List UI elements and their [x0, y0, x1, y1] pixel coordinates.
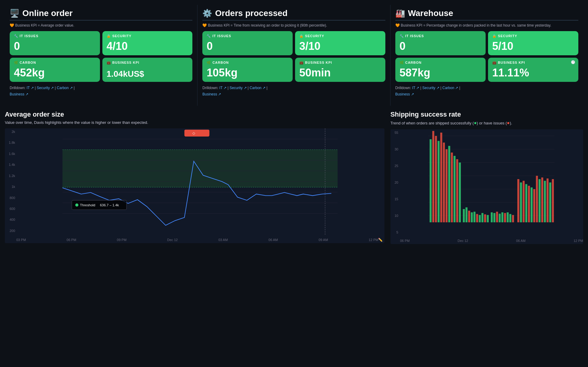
kpi-grid-orders: 🔧 IT ISSUES 0 🔒 SECURITY 3/10 🌿 CARBON 1… [202, 31, 385, 82]
svg-rect-54 [512, 215, 514, 222]
carbon-label-online: 🌿 CARBON [14, 61, 96, 65]
drilldown-it-warehouse[interactable]: IT ↗ [412, 86, 419, 90]
carbon-value-online: 452kg [14, 67, 96, 79]
svg-rect-30 [445, 149, 448, 222]
line-chart-y-labels: 2k 1.8k 1.6k 1.4k 1.2k 1k 800 600 400 20… [5, 128, 16, 234]
svg-rect-24 [429, 139, 432, 222]
svg-rect-43 [481, 213, 484, 222]
panel-header-online-order: 🖥️ Online order [10, 8, 192, 18]
drilldown-security-orders[interactable]: Security ↗ [230, 86, 247, 90]
carbon-card-warehouse: 🌿 CARBON 587kg [395, 58, 486, 82]
svg-rect-57 [522, 181, 525, 222]
bar-chart-y-labels: 55 30 25 20 15 10 5 [390, 129, 400, 236]
svg-rect-65 [544, 181, 546, 222]
drilldown-carbon-warehouse[interactable]: Carbon ↗ [442, 86, 458, 90]
bottom-section: Average order size Value over time, Davi… [0, 111, 588, 249]
clock-icon: 🕐 [571, 60, 575, 64]
svg-rect-60 [531, 187, 533, 222]
bar-chart-area[interactable]: 55 30 25 20 15 10 5 [390, 129, 583, 244]
svg-point-12 [75, 203, 78, 206]
svg-rect-28 [440, 133, 442, 222]
svg-rect-55 [517, 179, 519, 222]
svg-rect-64 [541, 177, 543, 222]
svg-rect-33 [453, 156, 455, 222]
online-order-icon: 🖥️ [10, 9, 19, 18]
bar-chart-desc: Trend of when orders are shipped success… [390, 120, 583, 126]
it-issues-card-online: 🔧 IT ISSUES 0 [10, 31, 100, 55]
line-chart-section: Average order size Value over time, Davi… [5, 111, 390, 244]
legend-green-dot: ● [474, 120, 477, 125]
dashboard: 🖥️ Online order 🧡 Business KPI = Average… [0, 0, 588, 111]
business-kpi-label-warehouse: 💼 BUSINESS KPI [492, 61, 574, 65]
edit-icon[interactable]: ✏️ [378, 238, 383, 242]
drilldown-security-online[interactable]: Security ↗ [37, 86, 54, 90]
drilldown-business-warehouse[interactable]: Business ↗ [395, 92, 414, 96]
security-label-warehouse: 🔒 SECURITY [492, 34, 574, 38]
kpi-grid-warehouse: 🔧 IT ISSUES 0 🔒 SECURITY 5/10 🌿 CARBON 5… [395, 31, 578, 82]
bar-chart-title: Shipping success rate [390, 111, 583, 118]
svg-rect-15 [185, 130, 210, 137]
it-issues-card-warehouse: 🔧 IT ISSUES 0 [395, 31, 486, 55]
panel-warehouse: 🏭 Warehouse 🧡 Business KPI = Percentage … [390, 5, 583, 106]
security-value-online: 4/10 [107, 40, 188, 52]
svg-rect-36 [463, 209, 465, 222]
svg-rect-40 [473, 212, 475, 222]
panel-header-orders: ⚙️ Orders processed [202, 8, 385, 18]
svg-rect-41 [476, 214, 478, 222]
svg-text:636.7 – 1.4k: 636.7 – 1.4k [100, 203, 119, 207]
svg-rect-46 [491, 212, 493, 222]
svg-rect-51 [504, 213, 506, 222]
svg-rect-61 [533, 189, 535, 222]
drilldown-business-orders[interactable]: Business ↗ [202, 92, 221, 96]
carbon-card-orders: 🌿 CARBON 105kg [202, 58, 293, 82]
drilldown-carbon-online[interactable]: Carbon ↗ [57, 86, 73, 90]
business-kpi-value-orders: 50min [299, 67, 381, 79]
svg-rect-50 [501, 212, 503, 222]
security-label-online: 🔒 SECURITY [107, 34, 188, 38]
business-kpi-card-orders: 💼 BUSINESS KPI 50min [295, 58, 385, 82]
svg-rect-62 [536, 176, 538, 222]
svg-rect-48 [496, 212, 498, 222]
svg-rect-53 [509, 214, 511, 222]
svg-rect-52 [506, 212, 509, 222]
drilldown-warehouse: Drilldown: IT ↗ | Security ↗ | Carbon ↗ … [395, 85, 578, 98]
legend-red-dot: ● [507, 120, 510, 125]
security-card-orders: 🔒 SECURITY 3/10 [295, 31, 385, 55]
carbon-value-warehouse: 587kg [400, 67, 481, 79]
drilldown-it-orders[interactable]: IT ↗ [219, 86, 227, 90]
svg-rect-44 [484, 214, 486, 222]
it-issues-value-orders: 0 [207, 40, 288, 52]
security-label-orders: 🔒 SECURITY [299, 34, 381, 38]
carbon-card-online: 🌿 CARBON 452kg [10, 58, 100, 82]
kpi-grid-online-order: 🔧 IT ISSUES 0 🔒 SECURITY 4/10 🌿 CARBON 4… [10, 31, 192, 82]
svg-rect-45 [487, 215, 489, 222]
line-chart-area[interactable]: 2k 1.8k 1.6k 1.4k 1.2k 1k 800 600 400 20… [5, 128, 384, 243]
line-chart-svg: Threshold 636.7 – 1.4k ◇ [17, 128, 383, 235]
svg-rect-49 [499, 214, 501, 222]
panel-title-warehouse: Warehouse [408, 8, 453, 18]
drilldown-online: Drilldown: IT ↗ | Security ↗ | Carbon ↗ … [10, 85, 192, 98]
drilldown-it-online[interactable]: IT ↗ [27, 86, 34, 90]
carbon-value-orders: 105kg [207, 67, 288, 79]
kpi-desc-online-order: 🧡 Business KPI = Average order value. [10, 23, 192, 28]
it-issues-label-warehouse: 🔧 IT ISSUES [400, 34, 481, 38]
panel-online-order: 🖥️ Online order 🧡 Business KPI = Average… [5, 5, 198, 106]
svg-rect-58 [525, 184, 527, 222]
drilldown-security-warehouse[interactable]: Security ↗ [422, 86, 439, 90]
svg-rect-38 [468, 211, 470, 222]
bar-chart-x-labels: 06 PM Dec 12 06 AM 12 PM [400, 237, 583, 244]
security-card-online: 🔒 SECURITY 4/10 [102, 31, 193, 55]
orders-icon: ⚙️ [202, 9, 212, 18]
svg-rect-66 [546, 179, 548, 222]
svg-rect-29 [443, 143, 445, 222]
svg-rect-34 [456, 159, 458, 222]
svg-text:◇: ◇ [192, 131, 195, 135]
drilldown-carbon-orders[interactable]: Carbon ↗ [249, 86, 265, 90]
business-kpi-card-warehouse: 🕐 💼 BUSINESS KPI 11.11% [488, 58, 578, 82]
svg-rect-26 [435, 136, 437, 222]
svg-rect-47 [493, 213, 495, 222]
bar-chart-section: Shipping success rate Trend of when orde… [390, 111, 583, 244]
svg-rect-42 [479, 215, 481, 222]
svg-rect-37 [465, 207, 468, 222]
drilldown-business-online[interactable]: Business ↗ [10, 92, 28, 96]
